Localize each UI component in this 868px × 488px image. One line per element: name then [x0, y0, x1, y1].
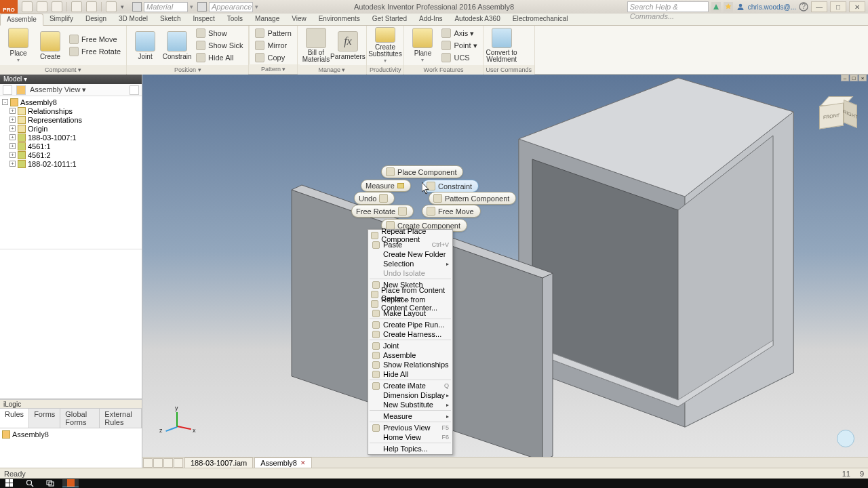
taskbar-inventor[interactable]	[62, 479, 79, 487]
share-icon[interactable]	[837, 430, 854, 447]
ucs-button[interactable]: UCS	[439, 52, 479, 64]
marking-measure[interactable]: Measure	[361, 180, 411, 192]
convert-weldment-button[interactable]: Convert to Weldment	[487, 27, 517, 64]
ribbon-tab-manage[interactable]: Manage	[249, 14, 285, 25]
search-button[interactable]	[22, 479, 38, 487]
ctx-show-relationships[interactable]: Show Relationships	[368, 360, 452, 369]
tree-node[interactable]: +4561:2	[0, 150, 142, 159]
ribbon-tab-inspect[interactable]: Inspect	[186, 14, 220, 25]
ribbon-tab-assemble[interactable]: Assemble	[0, 14, 43, 26]
group-label[interactable]: Manage ▾	[298, 65, 366, 75]
help-search-input[interactable]: Search Help & Commands...	[627, 1, 709, 12]
ilogic-tab-global-forms[interactable]: Global Forms	[60, 409, 100, 428]
ctx-selection[interactable]: Selection▸	[368, 259, 452, 268]
ribbon-tab-sketch[interactable]: Sketch	[154, 14, 187, 25]
tree-node[interactable]: +188-03-1007:1	[0, 133, 142, 142]
tree-node[interactable]: +Relationships	[0, 106, 142, 115]
ctx-create-harness[interactable]: Create Harness...	[368, 329, 452, 339]
tree-node[interactable]: -Assembly8	[0, 98, 142, 106]
ctx-make-layout[interactable]: Make Layout	[368, 308, 452, 318]
ctx-assemble[interactable]: Assemble	[368, 350, 452, 360]
model-panel-title[interactable]: Model ▾	[0, 75, 142, 84]
doctab-nav-last[interactable]	[174, 458, 183, 468]
ctx-new-substitute[interactable]: New Substitute▸	[368, 400, 452, 409]
qat-save-icon[interactable]	[52, 1, 62, 12]
doctab-nav-prev[interactable]	[153, 458, 163, 468]
qat-new-icon[interactable]	[22, 1, 33, 12]
ribbon-tab-simplify[interactable]: Simplify	[43, 14, 79, 25]
close-button[interactable]: ✕	[849, 1, 865, 12]
free-move-button[interactable]: Free Move	[67, 34, 123, 45]
help-icon[interactable]: ?	[799, 2, 808, 12]
parameters-button[interactable]: fxParameters	[333, 27, 363, 64]
start-button[interactable]	[1, 479, 18, 487]
tree-node[interactable]: +Origin	[0, 124, 142, 133]
qat-open-icon[interactable]	[37, 1, 47, 12]
qat-dropdown-icon[interactable]: ▾	[121, 3, 124, 10]
marking-pattern-component[interactable]: Pattern Component	[429, 192, 516, 205]
point-button[interactable]: Point ▾	[439, 40, 479, 52]
doctab-nav-first[interactable]	[143, 458, 153, 468]
ribbon-tab-get-started[interactable]: Get Started	[366, 14, 413, 25]
ctx-create-new-folder[interactable]: Create New Folder	[368, 249, 452, 259]
ribbon-tab-tools[interactable]: Tools	[221, 14, 249, 25]
group-label[interactable]: Pattern ▾	[250, 64, 296, 74]
tree-node[interactable]: +Representations	[0, 115, 142, 124]
appearance-selector[interactable]: Appearance ▾	[197, 2, 258, 12]
doctab-2[interactable]: Assembly8✕	[254, 458, 312, 468]
ctx-joint[interactable]: Joint	[368, 341, 452, 350]
minimize-button[interactable]: —	[811, 1, 827, 12]
axis-button[interactable]: Axis ▾	[439, 28, 479, 39]
ribbon-tab-autodesk-a360[interactable]: Autodesk A360	[448, 14, 506, 25]
viewport-3d[interactable]: – □ × FRONT RIGHT Place Comp	[142, 75, 868, 468]
ribbon-tab-design[interactable]: Design	[79, 14, 113, 25]
ilogic-tab-forms[interactable]: Forms	[29, 409, 60, 428]
bom-button[interactable]: Bill of Materials	[301, 27, 331, 64]
filter-icon[interactable]	[3, 85, 12, 95]
star-icon[interactable]	[724, 2, 733, 12]
ilogic-item[interactable]: Assembly8	[2, 430, 140, 439]
ribbon-tab-view[interactable]: View	[285, 14, 313, 25]
ctx-create-pipe-run[interactable]: Create Pipe Run...	[368, 320, 452, 329]
doctab-nav-next[interactable]	[163, 458, 173, 468]
signin-icon[interactable]	[711, 2, 721, 12]
ctx-home-view[interactable]: Home ViewF6	[368, 432, 452, 442]
qat-update-icon[interactable]	[106, 1, 117, 12]
marking-free-move[interactable]: Free Move	[422, 205, 481, 218]
ilogic-tab-external-rules[interactable]: External Rules	[100, 409, 142, 428]
assembly-view-label[interactable]: Assembly View ▾	[30, 85, 86, 94]
pattern-button[interactable]: Pattern	[253, 27, 293, 39]
create-substitutes-button[interactable]: Create Substitutes▾	[370, 27, 400, 64]
qat-undo-icon[interactable]	[71, 1, 82, 12]
free-rotate-button[interactable]: Free Rotate	[67, 46, 123, 58]
tree-node[interactable]: +188-02-1011:1	[0, 159, 142, 168]
mirror-button[interactable]: Mirror	[253, 39, 293, 51]
show-sick-button[interactable]: Show Sick	[194, 40, 245, 52]
find-icon[interactable]	[130, 85, 139, 95]
taskview-button[interactable]	[42, 479, 58, 487]
group-label[interactable]: Component ▾	[0, 65, 126, 75]
marking-undo[interactable]: Undo	[354, 192, 395, 205]
create-button[interactable]: Create	[35, 27, 65, 64]
close-tab-icon[interactable]: ✕	[300, 460, 306, 466]
ctx-dimension-display[interactable]: Dimension Display▸	[368, 390, 452, 400]
qat-redo-icon[interactable]	[86, 1, 97, 12]
constrain-button[interactable]: Constrain	[162, 27, 192, 64]
plane-button[interactable]: Plane▾	[408, 27, 437, 64]
marking-constraint[interactable]: Constraint	[422, 180, 479, 192]
marking-place-component[interactable]: Place Component	[381, 165, 463, 178]
ilogic-content[interactable]: Assembly8	[0, 428, 142, 468]
ilogic-tab-rules[interactable]: Rules	[0, 409, 29, 428]
tree-node[interactable]: +4561:1	[0, 142, 142, 150]
ctx-replace-from-content-center[interactable]: Replace from Content Center...	[368, 299, 452, 308]
material-selector[interactable]: Material ▾	[132, 2, 193, 12]
copy-button[interactable]: Copy	[253, 52, 293, 63]
material-field[interactable]: Material	[144, 2, 188, 12]
joint-button[interactable]: Joint	[130, 27, 160, 64]
ribbon-tab-environments[interactable]: Environments	[313, 14, 366, 25]
model-tree[interactable]: -Assembly8+Relationships+Representations…	[0, 96, 142, 249]
ctx-measure[interactable]: Measure▸	[368, 411, 452, 421]
marking-free-rotate[interactable]: Free Rotate	[351, 205, 414, 218]
ctx-help-topics[interactable]: Help Topics...	[368, 444, 452, 453]
maximize-button[interactable]: □	[830, 1, 846, 12]
